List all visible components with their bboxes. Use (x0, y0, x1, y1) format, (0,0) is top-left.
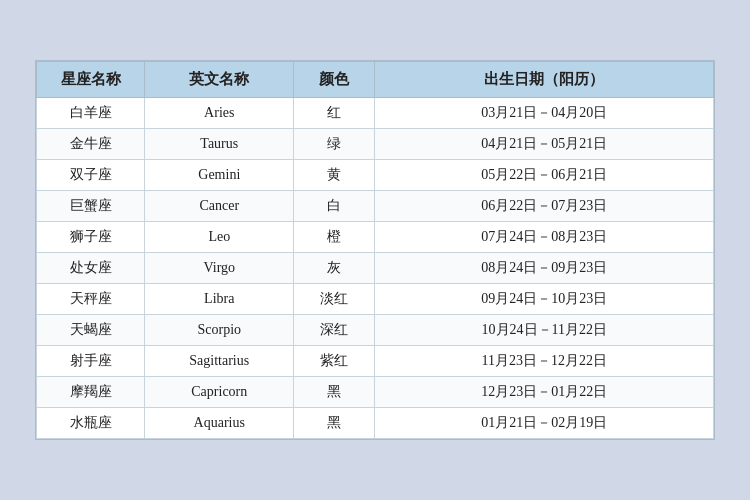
cell-english: Scorpio (145, 315, 294, 346)
table-header-row: 星座名称 英文名称 颜色 出生日期（阳历） (37, 62, 714, 98)
cell-english: Virgo (145, 253, 294, 284)
cell-date: 04月21日－05月21日 (375, 129, 714, 160)
cell-english: Aquarius (145, 408, 294, 439)
cell-color: 黄 (294, 160, 375, 191)
cell-chinese: 白羊座 (37, 98, 145, 129)
cell-date: 01月21日－02月19日 (375, 408, 714, 439)
cell-chinese: 射手座 (37, 346, 145, 377)
table-row: 处女座Virgo灰08月24日－09月23日 (37, 253, 714, 284)
cell-chinese: 天蝎座 (37, 315, 145, 346)
zodiac-table: 星座名称 英文名称 颜色 出生日期（阳历） 白羊座Aries红03月21日－04… (36, 61, 714, 439)
cell-date: 07月24日－08月23日 (375, 222, 714, 253)
cell-color: 淡红 (294, 284, 375, 315)
cell-english: Gemini (145, 160, 294, 191)
table-row: 巨蟹座Cancer白06月22日－07月23日 (37, 191, 714, 222)
cell-chinese: 天秤座 (37, 284, 145, 315)
header-chinese: 星座名称 (37, 62, 145, 98)
header-english: 英文名称 (145, 62, 294, 98)
cell-chinese: 水瓶座 (37, 408, 145, 439)
table-row: 天蝎座Scorpio深红10月24日－11月22日 (37, 315, 714, 346)
cell-chinese: 处女座 (37, 253, 145, 284)
cell-english: Aries (145, 98, 294, 129)
table-row: 金牛座Taurus绿04月21日－05月21日 (37, 129, 714, 160)
cell-english: Capricorn (145, 377, 294, 408)
cell-date: 10月24日－11月22日 (375, 315, 714, 346)
cell-english: Leo (145, 222, 294, 253)
cell-english: Sagittarius (145, 346, 294, 377)
cell-english: Libra (145, 284, 294, 315)
cell-date: 05月22日－06月21日 (375, 160, 714, 191)
cell-date: 08月24日－09月23日 (375, 253, 714, 284)
cell-date: 11月23日－12月22日 (375, 346, 714, 377)
table-row: 水瓶座Aquarius黑01月21日－02月19日 (37, 408, 714, 439)
cell-color: 紫红 (294, 346, 375, 377)
cell-chinese: 狮子座 (37, 222, 145, 253)
cell-color: 红 (294, 98, 375, 129)
cell-date: 03月21日－04月20日 (375, 98, 714, 129)
table-row: 摩羯座Capricorn黑12月23日－01月22日 (37, 377, 714, 408)
cell-color: 黑 (294, 377, 375, 408)
cell-chinese: 巨蟹座 (37, 191, 145, 222)
cell-color: 黑 (294, 408, 375, 439)
cell-color: 白 (294, 191, 375, 222)
table-row: 狮子座Leo橙07月24日－08月23日 (37, 222, 714, 253)
cell-color: 绿 (294, 129, 375, 160)
cell-color: 灰 (294, 253, 375, 284)
header-date: 出生日期（阳历） (375, 62, 714, 98)
table-row: 白羊座Aries红03月21日－04月20日 (37, 98, 714, 129)
cell-date: 09月24日－10月23日 (375, 284, 714, 315)
table-row: 射手座Sagittarius紫红11月23日－12月22日 (37, 346, 714, 377)
cell-color: 深红 (294, 315, 375, 346)
zodiac-table-container: 星座名称 英文名称 颜色 出生日期（阳历） 白羊座Aries红03月21日－04… (35, 60, 715, 440)
cell-chinese: 双子座 (37, 160, 145, 191)
cell-english: Cancer (145, 191, 294, 222)
cell-color: 橙 (294, 222, 375, 253)
table-row: 天秤座Libra淡红09月24日－10月23日 (37, 284, 714, 315)
cell-english: Taurus (145, 129, 294, 160)
cell-date: 12月23日－01月22日 (375, 377, 714, 408)
cell-date: 06月22日－07月23日 (375, 191, 714, 222)
cell-chinese: 金牛座 (37, 129, 145, 160)
table-row: 双子座Gemini黄05月22日－06月21日 (37, 160, 714, 191)
header-color: 颜色 (294, 62, 375, 98)
cell-chinese: 摩羯座 (37, 377, 145, 408)
